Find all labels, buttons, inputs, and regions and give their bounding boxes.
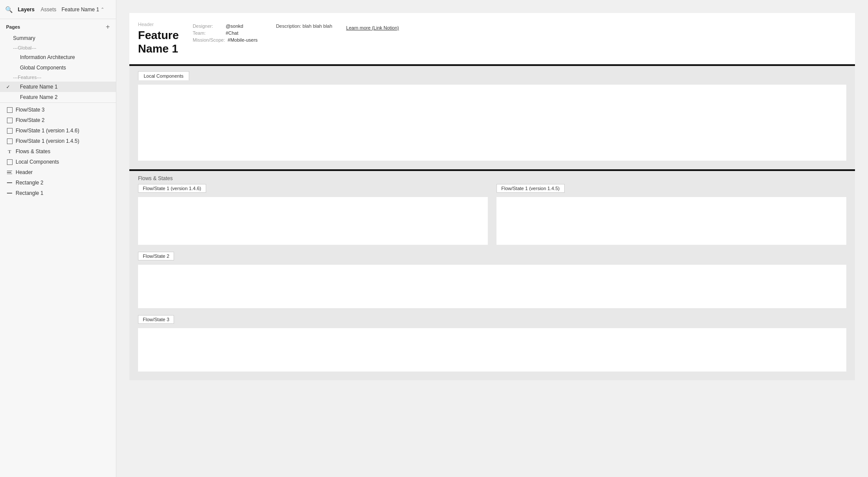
frame-icon [6,118,13,123]
selected-check: ✓ [6,84,13,90]
frame-icon [6,107,13,113]
flow-state-3-area: Flow/State 3 [129,315,855,380]
frame-icon [6,128,13,134]
title-line2: Name 1 [138,42,178,55]
layer-item-rectangle-1[interactable]: Rectangle 1 [0,188,116,198]
page-label: Feature Name 1 [20,84,58,90]
header-icon [6,171,13,174]
text-icon: T [6,149,13,154]
layer-label: Flows & States [16,148,50,155]
flow-state-2-area: Flow/State 2 [129,252,855,315]
layer-item-local-components[interactable]: Local Components [0,157,116,167]
flows-states-section: Flows & States Flow/State 1 (version 1.4… [129,171,855,380]
team-row: Team: #Chat [193,30,262,36]
layer-label: Flow/State 3 [16,107,45,113]
flows-row-1: Flow/State 1 (version 1.4.6) Flow/State … [129,184,855,252]
flow-state-3-tab[interactable]: Flow/State 3 [138,315,174,324]
rect-icon [6,193,13,194]
flow-state-1-146-card: Flow/State 1 (version 1.4.6) [138,184,492,252]
layer-item-rectangle-2[interactable]: Rectangle 2 [0,178,116,188]
page-label: Information Architecture [20,54,75,60]
learn-more-area: Learn more (Link Notion) [346,23,399,30]
flow-state-3-box [138,328,846,372]
search-icon[interactable]: 🔍 [5,6,13,13]
page-item-feature-name-2[interactable]: Feature Name 2 [0,92,116,102]
layer-label: Flow/State 2 [16,117,45,123]
flows-section-title: Flows & States [138,175,173,181]
layer-label: Flow/State 1 (version 1.4.5) [16,138,79,144]
local-components-section: Local Components [129,66,855,171]
title-line1: Feature [138,29,179,42]
flows-section-label: Flows & States [129,171,855,184]
feature-description-area: Description: blah blah blah [276,23,332,29]
rect-icon [6,182,13,183]
feature-name-selector[interactable]: Feature Name 1 ⌃ [62,7,105,13]
layer-label: Flow/State 1 (version 1.4.6) [16,128,79,134]
local-components-tab[interactable]: Local Components [138,71,189,80]
page-label: Feature Name 2 [20,94,58,100]
layers-section: Flow/State 3 Flow/State 2 Flow/State 1 (… [0,103,116,477]
add-page-button[interactable]: + [106,23,110,30]
flow-state-2-tab[interactable]: Flow/State 2 [138,252,174,260]
learn-more-link[interactable]: Learn more (Link Notion) [346,25,399,30]
flow-state-1-145-tab[interactable]: Flow/State 1 (version 1.4.5) [496,184,565,193]
layer-label: Header [16,169,33,175]
flow-state-1-145-box [496,197,846,245]
flow-state-1-146-box [138,197,488,245]
section-label-text: ---Global--- [13,45,36,50]
sidebar-tabs: Layers Assets [18,5,56,14]
layer-item-flow-state-3[interactable]: Flow/State 3 [0,105,116,115]
layer-item-flows-states[interactable]: T Flows & States [0,146,116,157]
layer-item-header[interactable]: Header [0,167,116,178]
sidebar: 🔍 Layers Assets Feature Name 1 ⌃ Pages +… [0,0,116,477]
feature-header-left: Header Feature Name 1 [138,22,179,56]
designer-value: @sonkd [226,23,243,29]
section-features: ---Features--- [0,73,116,82]
mission-value: #Mobile-users [228,37,258,43]
page-item-feature-name-1[interactable]: ✓ Feature Name 1 [0,82,116,92]
page-item-global-components[interactable]: Global Components [0,63,116,73]
caret-icon: ⌃ [101,7,104,12]
team-label: Team: [193,30,223,36]
layer-label: Local Components [16,159,59,165]
local-components-box [138,85,846,161]
pages-header: Pages + [0,19,116,33]
main-content: Header Feature Name 1 Designer: @sonkd T… [116,0,868,477]
page-label: Summary [13,35,35,41]
description-label: Description: [276,23,301,29]
frame-icon [6,159,13,165]
page-label: Global Components [20,65,66,71]
flow-state-1-145-card: Flow/State 1 (version 1.4.5) [492,184,846,252]
feature-header-section: Header Feature Name 1 Designer: @sonkd T… [129,13,855,66]
page-item-summary[interactable]: Summary [0,33,116,43]
section-global: ---Global--- [0,43,116,52]
layer-label: Rectangle 2 [16,180,43,186]
sidebar-top-bar: 🔍 Layers Assets Feature Name 1 ⌃ [0,0,116,19]
feature-meta: Designer: @sonkd Team: #Chat Mission/Sco… [193,23,262,43]
layer-item-flow-state-1-146[interactable]: Flow/State 1 (version 1.4.6) [0,125,116,136]
layer-label: Rectangle 1 [16,190,43,196]
layer-item-flow-state-2[interactable]: Flow/State 2 [0,115,116,125]
local-components-tab-area: Local Components [129,66,855,85]
section-label-text: ---Features--- [13,75,41,80]
description-value: blah blah blah [302,23,332,29]
feature-title: Feature Name 1 [138,29,179,56]
team-value: #Chat [226,30,238,36]
local-components-content [138,85,846,161]
tab-layers[interactable]: Layers [18,5,35,14]
designer-label: Designer: [193,23,223,29]
tab-assets[interactable]: Assets [41,5,56,14]
pages-title: Pages [6,24,20,30]
flow-state-2-box [138,265,846,308]
layer-item-flow-state-1-145[interactable]: Flow/State 1 (version 1.4.5) [0,136,116,146]
mission-row: Mission/Scope: #Mobile-users [193,37,262,43]
page-item-info-arch[interactable]: Information Architecture [0,52,116,63]
feature-name-label: Feature Name 1 [62,7,99,13]
flow-state-1-146-tab[interactable]: Flow/State 1 (version 1.4.6) [138,184,206,193]
header-label: Header [138,22,179,27]
designer-row: Designer: @sonkd [193,23,262,29]
pages-section: Pages + Summary ---Global--- Information… [0,19,116,103]
frame-icon [6,138,13,144]
mission-label: Mission/Scope: [193,37,225,43]
